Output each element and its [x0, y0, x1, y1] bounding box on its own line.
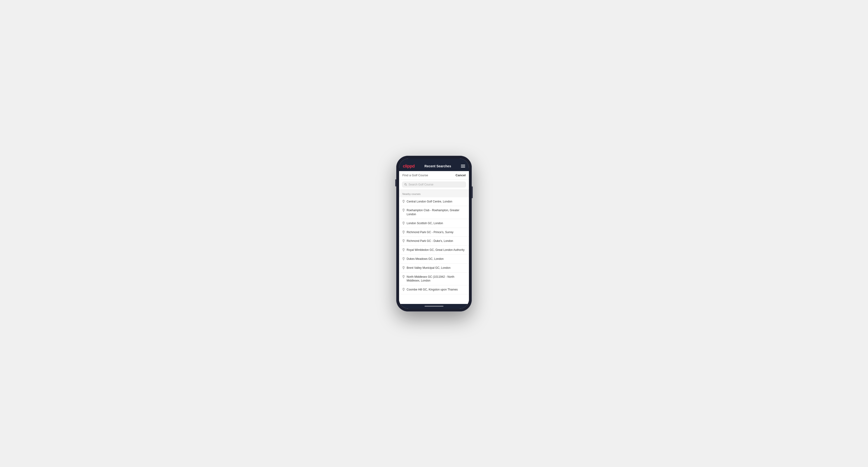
course-list-item[interactable]: Richmond Park GC - Duke's, London — [399, 237, 469, 246]
home-bar — [425, 306, 443, 307]
course-list-item[interactable]: Brent Valley Municipal GC, London — [399, 263, 469, 273]
pin-icon — [402, 266, 405, 270]
course-name: London Scottish GC, London — [407, 221, 443, 225]
svg-point-10 — [403, 276, 404, 276]
course-name: North Middlesex GC (1011942 - North Midd… — [407, 275, 466, 283]
svg-point-0 — [405, 183, 406, 185]
course-name: Richmond Park GC - Prince's, Surrey — [407, 230, 453, 234]
cancel-button[interactable]: Cancel — [456, 174, 466, 177]
nearby-section: Nearby courses Central London Golf Centr… — [399, 190, 469, 304]
pin-icon — [402, 248, 405, 252]
course-list: Central London Golf Centre, London Roeha… — [399, 197, 469, 294]
course-list-item[interactable]: London Scottish GC, London — [399, 219, 469, 228]
home-indicator — [399, 304, 469, 309]
pin-icon — [402, 230, 405, 234]
search-input[interactable] — [408, 183, 464, 186]
svg-point-5 — [403, 231, 404, 231]
course-name: Brent Valley Municipal GC, London — [407, 266, 451, 270]
course-name: Royal Wimbledon GC, Great London Authori… — [407, 248, 464, 252]
search-input-wrapper[interactable] — [402, 182, 466, 188]
course-name: Coombe Hill GC, Kingston upon Thames — [407, 288, 458, 292]
pin-icon — [402, 209, 405, 212]
find-bar: Find a Golf Course Cancel — [399, 171, 469, 180]
page-title: Recent Searches — [425, 164, 451, 168]
content-area: Find a Golf Course Cancel Nearby courses — [399, 171, 469, 304]
svg-point-8 — [403, 258, 404, 258]
menu-icon[interactable] — [461, 165, 465, 167]
pin-icon — [402, 200, 405, 204]
svg-line-1 — [406, 185, 407, 185]
course-list-item[interactable]: Roehampton Club - Roehampton, Greater Lo… — [399, 206, 469, 219]
course-name: Dukes Meadows GC, London — [407, 257, 444, 261]
app-header: clippd Recent Searches — [399, 162, 469, 171]
svg-point-2 — [403, 200, 404, 201]
nearby-header: Nearby courses — [399, 190, 469, 197]
svg-point-11 — [403, 289, 404, 289]
course-name: Central London Golf Centre, London — [407, 199, 452, 204]
svg-point-7 — [403, 249, 404, 249]
course-list-item[interactable]: Dukes Meadows GC, London — [399, 255, 469, 263]
search-container — [399, 180, 469, 190]
phone-device: clippd Recent Searches Find a Golf Cours… — [396, 156, 472, 311]
svg-point-4 — [403, 222, 404, 223]
pin-icon — [402, 288, 405, 291]
phone-screen: clippd Recent Searches Find a Golf Cours… — [399, 159, 469, 309]
find-label: Find a Golf Course — [402, 174, 428, 177]
course-name: Roehampton Club - Roehampton, Greater Lo… — [407, 208, 466, 216]
course-list-item[interactable]: Central London Golf Centre, London — [399, 197, 469, 206]
course-list-item[interactable]: Royal Wimbledon GC, Great London Authori… — [399, 246, 469, 255]
course-list-item[interactable]: Coombe Hill GC, Kingston upon Thames — [399, 285, 469, 294]
course-list-item[interactable]: Richmond Park GC - Prince's, Surrey — [399, 228, 469, 237]
pin-icon — [402, 275, 405, 279]
pin-icon — [402, 222, 405, 225]
svg-point-3 — [403, 209, 404, 210]
pin-icon — [402, 239, 405, 243]
svg-point-9 — [403, 267, 404, 268]
nearby-section-label: Nearby courses — [402, 192, 421, 195]
pin-icon — [402, 257, 405, 261]
app-logo: clippd — [403, 164, 415, 169]
course-list-item[interactable]: North Middlesex GC (1011942 - North Midd… — [399, 273, 469, 285]
course-name: Richmond Park GC - Duke's, London — [407, 239, 453, 243]
search-icon — [404, 183, 407, 186]
svg-point-6 — [403, 240, 404, 241]
status-bar — [399, 159, 469, 162]
